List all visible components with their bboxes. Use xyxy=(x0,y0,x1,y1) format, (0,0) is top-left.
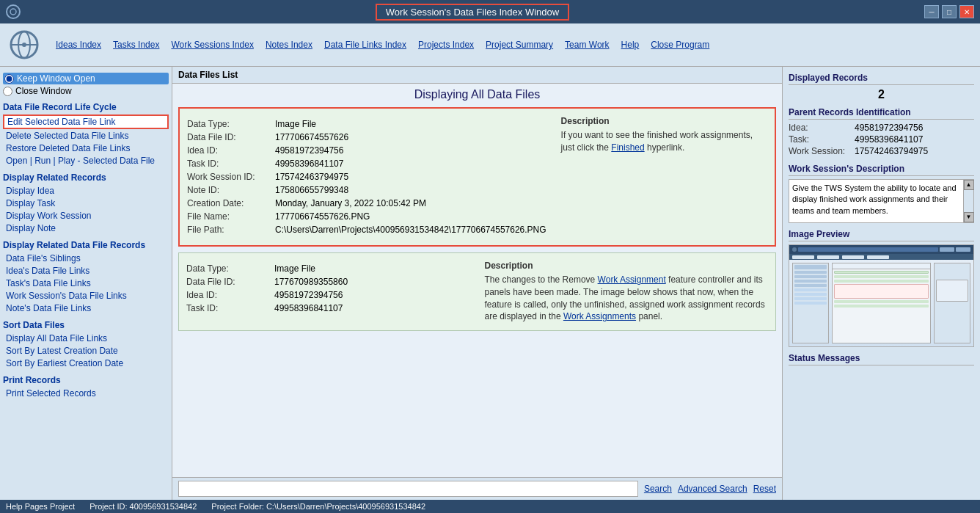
data-type-value: Image File xyxy=(275,119,316,129)
sort-earliest[interactable]: Sort By Earliest Creation Date xyxy=(3,357,169,369)
task-label: Task: xyxy=(789,134,855,145)
sidebar-section-lifecycle: Data File Record Life Cycle Edit Selecte… xyxy=(3,102,169,167)
note-id-label: Note ID: xyxy=(187,185,275,195)
data-type-label: Data Type: xyxy=(187,119,275,129)
displayed-records-section: Displayed Records 2 xyxy=(789,73,974,101)
data-files-header: Data Files List xyxy=(172,67,782,84)
work-session-data-file-links[interactable]: Work Session's Data File Links xyxy=(3,290,169,302)
sidebar-section-sort: Sort Data Files Display All Data File Li… xyxy=(3,320,169,369)
sidebar-section-display-related: Display Related Records Display Idea Dis… xyxy=(3,172,169,234)
edit-data-file-link[interactable]: Edit Selected Data File Link xyxy=(3,114,169,129)
task-id-value: 49958396841107 xyxy=(274,303,343,313)
idea-id-label: Idea ID: xyxy=(187,145,275,156)
idea-id-value: 49581972394756 xyxy=(275,145,343,156)
parent-idea-row: Idea: 49581972394756 xyxy=(789,123,974,133)
nav-tasks-index[interactable]: Tasks Index xyxy=(109,38,164,51)
status-messages-section: Status Messages xyxy=(789,353,974,368)
scroll-down-btn[interactable]: ▼ xyxy=(964,212,974,222)
data-file-id-label: Data File ID: xyxy=(187,132,275,142)
note-data-file-links[interactable]: Note's Data File Links xyxy=(3,302,169,314)
svg-point-0 xyxy=(7,5,20,18)
nav-data-file-links-index[interactable]: Data File Links Index xyxy=(320,38,411,51)
sort-latest[interactable]: Sort By Latest Creation Date xyxy=(3,345,169,357)
data-file-id-label: Data File ID: xyxy=(186,277,274,287)
app-logo xyxy=(6,26,43,63)
description-text-2: The changes to the Remove Work Assignmen… xyxy=(485,274,769,323)
file-path-value: C:\Users\Darren\Projects\400956931534842… xyxy=(275,225,546,235)
open-data-file[interactable]: Open | Run | Play - Selected Data File xyxy=(3,155,169,167)
record-right-2: Description The changes to the Remove Wo… xyxy=(485,261,769,323)
field-row: Creation Date: Monday, January 3, 2022 1… xyxy=(187,198,546,208)
displayed-records-value: 2 xyxy=(789,88,974,101)
parent-records-title: Parent Records Identification xyxy=(789,107,974,120)
parent-work-session-row: Work Session: 175742463794975 xyxy=(789,146,974,156)
search-input[interactable] xyxy=(178,481,638,497)
main-window: Ideas Index Tasks Index Work Sessions In… xyxy=(0,23,980,513)
data-type-label: Data Type: xyxy=(186,263,274,274)
sidebar-section-display-data-files: Display Related Data File Records Data F… xyxy=(3,240,169,314)
maximize-button[interactable]: □ xyxy=(942,5,957,18)
records-list[interactable]: Data Type: Image File Data File ID: 1777… xyxy=(172,104,782,477)
display-all-links[interactable]: Display All Data File Links xyxy=(3,332,169,344)
display-work-session[interactable]: Display Work Session xyxy=(3,210,169,222)
file-name-label: File Name: xyxy=(187,211,275,222)
close-window-radio[interactable]: Close Window xyxy=(3,86,169,96)
image-preview-section: Image Preview xyxy=(789,229,974,347)
keep-window-open-radio[interactable]: Keep Window Open xyxy=(3,73,169,84)
description-text-1: If you want to see the finished work ass… xyxy=(561,129,767,154)
app-icon xyxy=(6,4,21,19)
record-left-2: Data Type: Image File Data File ID: 1776… xyxy=(186,261,470,323)
display-note[interactable]: Display Note xyxy=(3,222,169,234)
title-bar-controls: ─ □ ✕ xyxy=(924,5,974,18)
nav-work-sessions-index[interactable]: Work Sessions Index xyxy=(167,38,258,51)
reset-button[interactable]: Reset xyxy=(753,484,776,494)
advanced-search-button[interactable]: Advanced Search xyxy=(678,484,747,494)
displayed-records-title: Displayed Records xyxy=(789,73,974,85)
field-row: Work Session ID: 175742463794975 xyxy=(187,172,546,182)
scroll-up-btn[interactable]: ▲ xyxy=(964,180,974,190)
display-task[interactable]: Display Task xyxy=(3,197,169,209)
nav-projects-index[interactable]: Projects Index xyxy=(414,38,478,51)
work-session-description-section: Work Session's Description Give the TWS … xyxy=(789,164,974,223)
nav-project-summary[interactable]: Project Summary xyxy=(481,38,557,51)
nav-notes-index[interactable]: Notes Index xyxy=(261,38,317,51)
restore-data-file-links[interactable]: Restore Deleted Data File Links xyxy=(3,142,169,154)
task-data-file-links[interactable]: Task's Data File Links xyxy=(3,277,169,289)
table-row[interactable]: Data Type: Image File Data File ID: 1777… xyxy=(178,107,776,247)
idea-data-file-links[interactable]: Idea's Data File Links xyxy=(3,265,169,277)
data-file-siblings[interactable]: Data File's Siblings xyxy=(3,252,169,264)
nav-help[interactable]: Help xyxy=(617,38,644,51)
display-idea[interactable]: Display Idea xyxy=(3,185,169,197)
close-button[interactable]: ✕ xyxy=(959,5,974,18)
nav-close-program[interactable]: Close Program xyxy=(646,38,714,51)
work-session-id-value: 175742463794975 xyxy=(275,172,348,182)
delete-data-file-links[interactable]: Delete Selected Data File Links xyxy=(3,130,169,142)
idea-value: 49581972394756 xyxy=(855,123,923,133)
print-selected[interactable]: Print Selected Records xyxy=(3,388,169,399)
search-button[interactable]: Search xyxy=(644,484,672,494)
title-bar-center: Work Session's Data Files Index Window xyxy=(376,4,569,21)
task-id-label: Task ID: xyxy=(186,303,274,313)
file-name-value: 177706674557626.PNG xyxy=(275,211,370,222)
nav-bar: Ideas Index Tasks Index Work Sessions In… xyxy=(0,23,980,67)
preview-sidebar xyxy=(792,263,829,343)
description-title-1: Description xyxy=(561,116,767,126)
status-project-id: Project ID: 400956931534842 xyxy=(89,502,197,511)
minimize-button[interactable]: ─ xyxy=(924,5,939,18)
preview-content xyxy=(789,260,973,346)
nav-team-work[interactable]: Team Work xyxy=(560,38,613,51)
table-row[interactable]: Data Type: Image File Data File ID: 1776… xyxy=(178,252,776,331)
preview-dot xyxy=(792,247,797,252)
file-path-label: File Path: xyxy=(187,225,275,235)
finished-link[interactable]: Finished xyxy=(611,142,644,153)
work-assignment-link-1[interactable]: Work Assignment xyxy=(598,274,666,285)
work-assignment-link-2[interactable]: Work Assignments xyxy=(563,311,636,321)
field-row: Task ID: 49958396841107 xyxy=(186,303,470,313)
record-left-1: Data Type: Image File Data File ID: 1777… xyxy=(187,116,546,238)
main-content: Data Files List Displaying All Data File… xyxy=(172,67,782,500)
task-id-value: 49958396841107 xyxy=(275,159,343,169)
field-row: Data Type: Image File xyxy=(186,263,470,274)
sidebar: Keep Window Open Close Window Data File … xyxy=(0,67,172,500)
nav-ideas-index[interactable]: Ideas Index xyxy=(51,38,106,51)
svg-point-1 xyxy=(10,9,16,15)
